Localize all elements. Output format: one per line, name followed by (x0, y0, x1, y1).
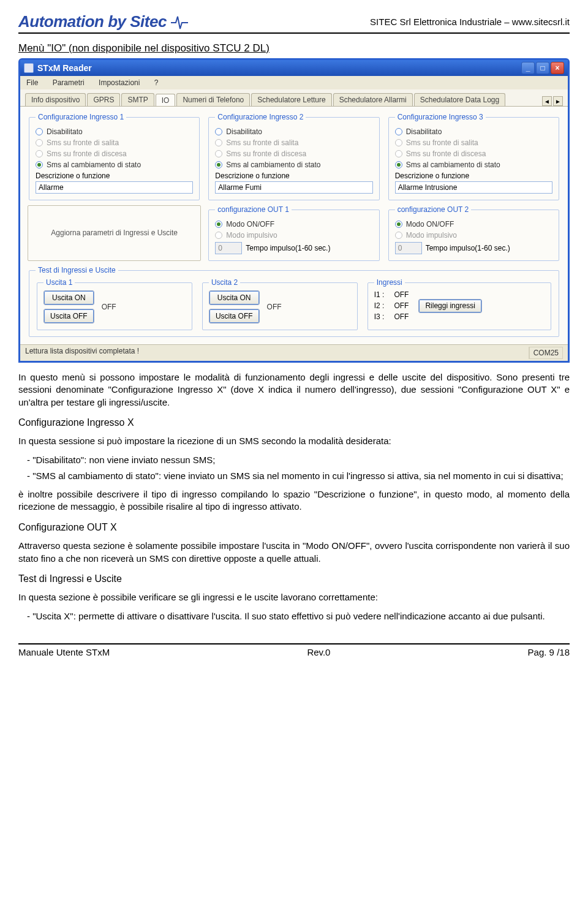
tab-numeri[interactable]: Numeri di Telefono (176, 93, 250, 106)
i3-state: OFF (394, 312, 409, 321)
uscita1-off-button[interactable]: Uscita OFF (43, 309, 94, 323)
menu-help[interactable]: ? (154, 78, 159, 87)
radio-impulsivo-1[interactable] (215, 232, 222, 239)
uscita1-on-button[interactable]: Uscita ON (43, 290, 94, 305)
menu-impostazioni[interactable]: Impostazioni (99, 78, 140, 87)
fieldset-uscita-2: Uscita 2 Uscita ON Uscita OFF OFF (202, 278, 358, 330)
desc-label-1: Descrizione o funzione (36, 172, 193, 180)
desc-input-2[interactable] (215, 181, 372, 194)
tab-scroll-right[interactable]: ► (553, 96, 563, 106)
document-body: In questo menù si possono impostare le m… (18, 371, 570, 622)
i2-state: OFF (394, 301, 409, 310)
radio-disabilitato-3[interactable] (395, 128, 402, 135)
fieldset-out-1: configurazione OUT 1 Modo ON/OFF Modo im… (208, 205, 379, 261)
desc-input-1[interactable] (36, 181, 193, 194)
tab-gprs[interactable]: GPRS (87, 93, 120, 106)
app-window: STxM Reader _ □ × File Parametri Imposta… (18, 58, 570, 363)
heading-out: Configurazione OUT X (18, 521, 570, 534)
radio-discesa-2[interactable] (215, 150, 222, 157)
tab-scroll-left[interactable]: ◄ (542, 96, 552, 106)
maximize-button[interactable]: □ (536, 62, 549, 74)
footer-center: Rev.0 (307, 647, 330, 657)
radio-disabilitato-1[interactable] (36, 128, 43, 135)
radio-impulsivo-2[interactable] (395, 232, 402, 239)
page-header: Automation by Sitec SITEC Srl Elettronic… (18, 12, 570, 34)
desc-label-2: Descrizione o funzione (215, 172, 372, 180)
update-io-button[interactable]: Aggiorna parametri di Ingressi e Uscite (28, 205, 201, 261)
tab-smtp[interactable]: SMTP (121, 93, 154, 106)
footer-right: Pag. 9 /18 (528, 647, 570, 657)
fieldset-uscita-1: Uscita 1 Uscita ON Uscita OFF OFF (37, 278, 192, 330)
fieldset-ingresso-1: Configurazione Ingresso 1 Disabilitato S… (29, 113, 200, 200)
statusbar: Lettura lista dispositivi completata ! C… (20, 344, 568, 361)
menubar: File Parametri Impostazioni ? (20, 76, 568, 89)
heading-ingresso: Configurazione Ingresso X (18, 416, 570, 429)
tab-sched-allarmi[interactable]: Schedulatore Allarmi (333, 93, 413, 106)
radio-cambio-3[interactable] (395, 161, 402, 168)
menu-file[interactable]: File (26, 78, 38, 87)
uscita2-state: OFF (267, 303, 282, 311)
tab-info[interactable]: Info dispositivo (25, 93, 86, 106)
fieldset-ingresso-3: Configurazione Ingresso 3 Disabilitato S… (388, 113, 559, 200)
radio-onoff-2[interactable] (395, 221, 402, 228)
radio-cambio-1[interactable] (36, 161, 43, 168)
tab-sched-datalog[interactable]: Schedulatore Data Logg (414, 93, 505, 106)
app-icon (24, 63, 34, 73)
footer-left: Manuale Utente STxM (18, 647, 110, 657)
radio-cambio-2[interactable] (215, 161, 222, 168)
legend-ingresso-2: Configurazione Ingresso 2 (215, 113, 306, 121)
desc-input-3[interactable] (395, 181, 552, 194)
menu-parametri[interactable]: Parametri (53, 78, 85, 87)
status-right: COM25 (529, 347, 563, 359)
minimize-button[interactable]: _ (521, 62, 535, 74)
uscita2-on-button[interactable]: Uscita ON (209, 290, 260, 305)
uscita2-off-button[interactable]: Uscita OFF (209, 309, 260, 323)
logo: Automation by Sitec (18, 12, 188, 31)
tabbar: Info dispositivo GPRS SMTP IO Numeri di … (20, 89, 568, 107)
radio-disabilitato-2[interactable] (215, 128, 222, 135)
tab-sched-letture[interactable]: Schedulatore Letture (251, 93, 331, 106)
legend-ingresso-1: Configurazione Ingresso 1 (36, 113, 126, 121)
radio-salita-2[interactable] (215, 139, 222, 146)
fieldset-out-2: configurazione OUT 2 Modo ON/OFF Modo im… (388, 205, 559, 261)
legend-ingresso-3: Configurazione Ingresso 3 (395, 113, 486, 121)
fieldset-test: Test di Ingressi e Uscite Uscita 1 Uscit… (29, 266, 559, 337)
radio-salita-3[interactable] (395, 139, 402, 146)
titlebar[interactable]: STxM Reader _ □ × (20, 60, 568, 76)
uscita1-state: OFF (102, 303, 116, 311)
section-title: Menù "IO" (non disponibile nel dispositi… (18, 42, 570, 55)
heading-test: Test di Ingressi e Uscite (18, 572, 570, 586)
legend-out-1: configurazione OUT 1 (215, 205, 292, 214)
tempo-input-1[interactable] (215, 242, 242, 254)
radio-salita-1[interactable] (36, 139, 43, 146)
tab-io[interactable]: IO (156, 94, 176, 107)
radio-discesa-3[interactable] (395, 150, 402, 157)
page-footer: Manuale Utente STxM Rev.0 Pag. 9 /18 (18, 643, 570, 657)
radio-onoff-1[interactable] (215, 221, 222, 228)
fieldset-ingressi: Ingressi I1 : I2 : I3 : OFF OFF OFF (368, 278, 551, 330)
desc-label-3: Descrizione o funzione (395, 172, 552, 180)
status-left: Lettura lista dispositivi completata ! (25, 347, 529, 359)
fieldset-ingresso-2: Configurazione Ingresso 2 Disabilitato S… (208, 113, 379, 200)
tempo-input-2[interactable] (395, 242, 422, 254)
header-company: SITEC Srl Elettronica Industriale – www.… (370, 17, 570, 27)
window-title: STxM Reader (37, 63, 92, 73)
legend-out-2: configurazione OUT 2 (395, 205, 472, 214)
rileggi-button[interactable]: Rileggi ingressi (418, 299, 481, 313)
i1-state: OFF (394, 290, 409, 299)
tab-body-io: Configurazione Ingresso 1 Disabilitato S… (20, 107, 568, 344)
legend-test: Test di Ingressi e Uscite (36, 266, 118, 274)
close-button[interactable]: × (551, 62, 564, 74)
radio-discesa-1[interactable] (36, 150, 43, 157)
